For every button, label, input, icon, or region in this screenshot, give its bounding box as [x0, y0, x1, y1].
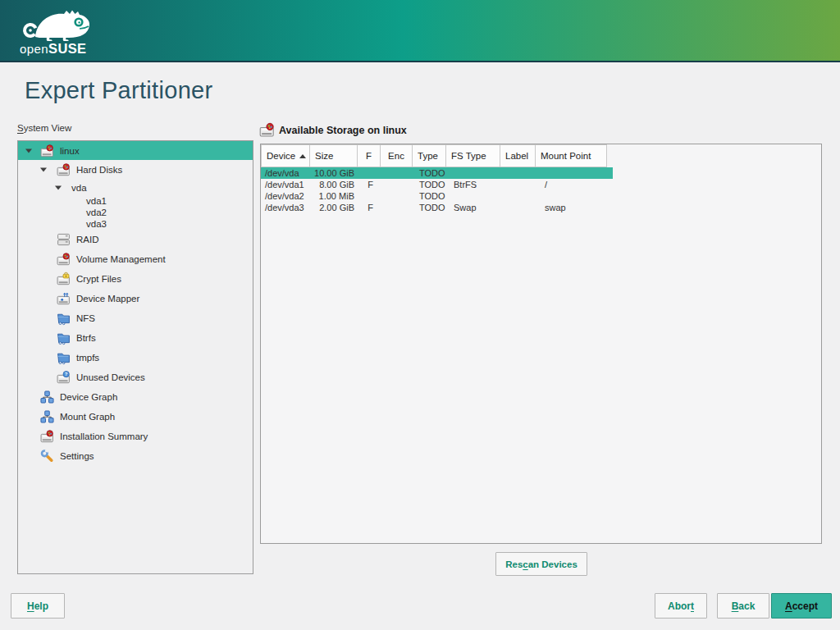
tree-item-linux[interactable]: linux [18, 141, 253, 160]
unused-devices-icon: ? [57, 371, 71, 385]
sort-ascending-icon [299, 154, 306, 158]
graph-icon [40, 390, 54, 404]
abort-button[interactable]: Abort [655, 593, 707, 619]
tree-item-label: Crypt Files [76, 274, 121, 284]
hard-disk-geeko-icon [40, 144, 54, 158]
table-row--dev-vda1[interactable]: /dev/vda18.00 GiBFTODOBtrFS/ [261, 179, 613, 190]
table-row--dev-vda3[interactable]: /dev/vda32.00 GiBFTODOSwapswap [261, 202, 613, 213]
cell-type: TODO [415, 191, 450, 201]
tree-item-label: vda3 [86, 219, 107, 229]
tree-item-hard-disks[interactable]: Hard Disks [18, 160, 253, 180]
tree-item-mount-graph[interactable]: Mount Graph [18, 407, 253, 427]
table-header-row: DeviceSizeFEncTypeFS TypeLabelMount Poin… [261, 144, 821, 167]
tree-item-device-mapper[interactable]: Device Mapper [18, 289, 253, 308]
column-header-f[interactable]: F [357, 144, 381, 167]
tree-item-btrfs[interactable]: Btrfs [18, 328, 253, 348]
column-header-fs-type[interactable]: FS Type [445, 144, 500, 167]
accept-button[interactable]: Accept [771, 593, 832, 619]
hard-disk-geeko-icon [40, 430, 54, 444]
opensuse-logo: openSUSE [18, 3, 94, 44]
graph-icon [40, 410, 54, 424]
tree-item-volume-management[interactable]: Volume Management [18, 249, 253, 269]
tree-item-raid[interactable]: RAID [18, 230, 253, 249]
column-header-type[interactable]: Type [412, 144, 446, 167]
cell-fs_type: BtrFS [450, 180, 504, 189]
column-header-label: FS Type [451, 151, 486, 161]
hard-disk-geeko-icon [57, 253, 71, 267]
cell-device: /dev/vda2 [261, 191, 310, 201]
crypt-files-icon [57, 272, 71, 286]
cell-type: TODO [415, 168, 450, 178]
tree-item-settings[interactable]: Settings [18, 446, 253, 466]
cell-type: TODO [415, 180, 450, 189]
available-storage-heading: Available Storage on linux [279, 125, 407, 136]
expander-down-icon[interactable] [40, 168, 47, 172]
cell-size: 10.00 GiB [310, 168, 358, 178]
network-folder-icon [57, 351, 71, 365]
tree-item-installation-summary[interactable]: Installation Summary [18, 427, 253, 446]
column-header-label[interactable]: Label [500, 144, 536, 167]
network-folder-icon [57, 351, 71, 365]
cell-device: /dev/vda1 [261, 180, 310, 189]
expander-down-icon[interactable] [55, 185, 62, 189]
hard-disk-geeko-icon [40, 430, 54, 444]
cell-mount_point: swap [541, 203, 613, 212]
column-header-label: Size [315, 151, 333, 161]
brand-suse-text: SUSE [48, 41, 87, 56]
tree-item-label: NFS [76, 313, 95, 323]
cell-mount_point: / [541, 180, 613, 189]
wrench-icon [40, 450, 54, 463]
column-header-label: Label [505, 151, 528, 161]
cell-size: 1.00 MiB [310, 191, 358, 201]
tree-item-label: tmpfs [76, 353, 99, 363]
tree-item-crypt-files[interactable]: Crypt Files [18, 269, 253, 289]
tree-item-label: vda1 [86, 196, 107, 206]
table-row--dev-vda2[interactable]: /dev/vda21.00 MiBTODO [261, 190, 613, 202]
help-button[interactable]: Help [11, 593, 65, 619]
tree-item-label: Device Mapper [76, 294, 139, 304]
tree-item-vda2[interactable]: vda2 [18, 207, 253, 218]
cell-f: F [358, 180, 382, 189]
network-folder-icon [57, 331, 71, 345]
tree-item-label: Installation Summary [60, 431, 148, 441]
device-mapper-icon [57, 292, 71, 306]
network-folder-icon [57, 331, 71, 345]
column-header-enc[interactable]: Enc [380, 144, 413, 167]
back-button[interactable]: Back [717, 593, 769, 619]
wrench-icon [40, 450, 54, 463]
tree-item-nfs[interactable]: NFS [18, 308, 253, 328]
tree-item-label: vda [71, 183, 87, 193]
hard-disk-geeko-icon [57, 163, 71, 177]
unused-devices-icon: ? [57, 371, 71, 385]
column-header-label: Enc [388, 151, 404, 161]
tree-item-vda1[interactable]: vda1 [18, 195, 253, 207]
opensuse-wordmark: openSUSE [20, 41, 87, 57]
tree-item-label: Hard Disks [76, 165, 122, 175]
page-title: Expert Partitioner [25, 77, 212, 104]
cell-size: 2.00 GiB [310, 203, 358, 212]
cell-fs_type: Swap [450, 203, 504, 212]
expander-down-icon[interactable] [25, 148, 32, 153]
rescan-devices-button[interactable]: Rescan Devices [495, 552, 587, 576]
tree-item-device-graph[interactable]: Device Graph [18, 387, 253, 407]
hard-disk-geeko-icon [40, 144, 54, 158]
hard-disk-geeko-icon [259, 122, 275, 138]
table-row--dev-vda[interactable]: /dev/vda10.00 GiBTODO [261, 167, 613, 179]
hard-disk-geeko-icon [57, 253, 71, 267]
svg-text:?: ? [65, 372, 68, 377]
brand-open-text: open [20, 42, 48, 56]
tree-item-vda[interactable]: vda [18, 180, 253, 195]
cell-device: /dev/vda [261, 168, 310, 178]
tree-item-unused-devices[interactable]: ?Unused Devices [18, 368, 253, 387]
tree-item-label: Settings [60, 451, 94, 461]
column-header-mount-point[interactable]: Mount Point [535, 144, 607, 167]
cell-size: 8.00 GiB [310, 180, 358, 189]
system-view-label: System View [17, 123, 71, 133]
tree-item-label: Volume Management [76, 254, 166, 264]
column-header-device[interactable]: Device [261, 144, 310, 167]
tree-item-label: Device Graph [60, 392, 117, 402]
column-header-label: Type [418, 151, 438, 161]
tree-item-vda3[interactable]: vda3 [18, 218, 253, 230]
tree-item-tmpfs[interactable]: tmpfs [18, 348, 253, 368]
column-header-size[interactable]: Size [309, 144, 358, 167]
